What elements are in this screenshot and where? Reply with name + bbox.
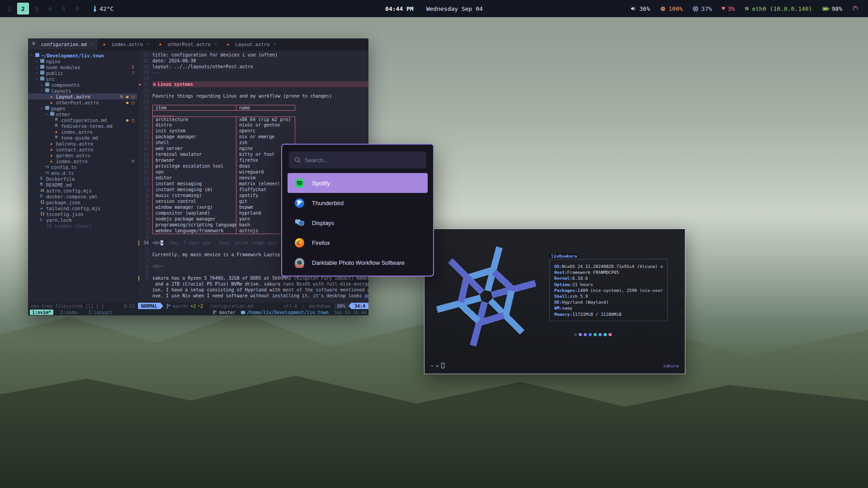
tree-item[interactable]: tailwind.config.mjs <box>28 205 137 211</box>
buffer-tab[interactable]: index.astro × <box>99 38 155 50</box>
git-branch-segment: master +2 ~2 <box>163 303 206 309</box>
close-icon[interactable]: × <box>90 41 94 47</box>
tree-item[interactable]: astro.config.mjs <box>28 188 137 193</box>
cpu-module[interactable]: 37% <box>693 5 712 12</box>
battery-module[interactable]: 98% <box>822 5 842 12</box>
close-icon[interactable]: × <box>146 41 150 47</box>
line-number: 2 <box>142 229 152 234</box>
search-input[interactable] <box>305 157 421 164</box>
cursor-line-text: <br <box>152 240 160 245</box>
launcher-item-darktable[interactable]: Darktable Photo Workflow Software <box>288 253 428 272</box>
network-arrows-icon <box>745 6 749 11</box>
tree-item-label: index.astro <box>56 159 132 164</box>
file-type-icon <box>40 177 46 181</box>
tree-item[interactable]: components <box>28 82 137 88</box>
tree-item[interactable]: fediverse-terms.md <box>28 123 137 129</box>
close-icon[interactable]: × <box>214 41 217 47</box>
folder-icon <box>241 311 245 314</box>
thermometer-icon <box>93 5 97 12</box>
line-number: 9 <box>142 188 152 192</box>
editor-line: 28 ▣ <box>138 75 368 81</box>
tree-item[interactable]: (6 hidden items) <box>28 223 137 229</box>
workspace-button[interactable]: 2 <box>17 3 29 14</box>
gear-icon <box>660 6 666 12</box>
tree-item[interactable]: tone-guide.md <box>28 135 137 141</box>
launcher-search[interactable] <box>289 151 426 169</box>
tree-item[interactable]: index.astro <box>28 129 137 135</box>
launcher-item-label: Displays <box>312 220 334 226</box>
status-bar: 1 2 3 4 8 9 42°C 04:44 PM Wednesday Sep … <box>0 0 868 17</box>
line-number: 6 <box>142 276 152 281</box>
prompt-char: > <box>436 363 439 368</box>
file-type-icon <box>40 200 46 204</box>
launcher-item-thunderbird[interactable]: Thunderbird <box>288 193 428 213</box>
tree-item[interactable]: node_modules E <box>28 64 137 70</box>
palette-dot <box>574 333 577 336</box>
tree-item[interactable]: garden.astro <box>28 152 137 158</box>
close-icon[interactable]: × <box>273 41 276 47</box>
workspace-button[interactable]: 4 <box>44 3 56 14</box>
tree-item[interactable]: yarn.lock <box>28 217 137 223</box>
line-number: 15 <box>142 152 152 157</box>
tree-item[interactable]: env.d.ts <box>28 170 137 176</box>
clock-module: 04:44 PM Wednesday Sep 04 <box>385 5 483 12</box>
line-number: 25 <box>142 94 152 99</box>
tree-item[interactable]: public ? <box>28 70 137 76</box>
launcher-item-firefox[interactable]: Firefox <box>288 233 428 253</box>
file-type-icon <box>40 77 46 80</box>
chevron-icon <box>36 71 40 75</box>
table-cell-item: vpn <box>152 169 236 175</box>
power-button[interactable] <box>852 5 859 12</box>
git-blame-text: You, 5 days ago - feat: write rough post… <box>163 240 287 245</box>
tree-item[interactable]: src <box>28 76 137 82</box>
launcher-item-spotify[interactable]: Spotify <box>288 173 428 193</box>
editor-line: 29 ▣ --- <box>138 70 368 75</box>
tree-item[interactable]: pages <box>28 105 137 111</box>
line-number: 26 <box>142 88 152 93</box>
tree-item[interactable]: other <box>28 111 137 117</box>
tree-item-label: Dockerfile <box>46 176 135 182</box>
tree-item[interactable]: config.ts <box>28 164 137 170</box>
fetch-info-row: OS: NixOS 24.11.20240828.71e91c4 (Vicuna… <box>554 263 663 269</box>
tree-item[interactable]: tsconfig.json <box>28 211 137 217</box>
brightness-module[interactable]: 100% <box>660 5 683 12</box>
tree-item[interactable]: docker-compose.yml <box>28 193 137 199</box>
workspace-button[interactable]: 1 <box>4 3 15 14</box>
tree-item[interactable]: balcony.astro <box>28 141 137 146</box>
volume-module[interactable]: 36% <box>631 5 650 12</box>
tree-item[interactable]: index.astro H <box>28 158 137 164</box>
line-number: 8 <box>142 193 152 198</box>
workspace-button[interactable]: 3 <box>31 3 42 14</box>
tree-item[interactable]: package.json <box>28 199 137 205</box>
tree-item-label: tsconfig.json <box>46 211 135 217</box>
chevron-icon <box>41 83 45 87</box>
temperature-module[interactable]: 42°C <box>93 5 113 12</box>
workspace-button[interactable]: 9 <box>71 3 83 14</box>
buffer-tab[interactable]: Layout.astro × <box>222 38 281 50</box>
tmux-window-lazygit[interactable]: 3:lazygit <box>86 310 115 315</box>
shell-prompt[interactable]: ~ > <box>431 363 444 368</box>
table-cell-name: nixos or gentoo <box>236 122 295 128</box>
fetch-value: 1409 (nix-system), 2590 (nix-user) <box>577 287 663 293</box>
tmux-cwd-path: /home/liv/Development/liv.town <box>247 310 329 315</box>
memory-module[interactable]: ♥ 3% <box>722 5 735 12</box>
tree-item[interactable]: Layout.astro H ● □ <box>28 94 137 99</box>
network-module[interactable]: eth0 (10.0.0.140) <box>745 5 812 12</box>
buffer-tab[interactable]: configuration.md × <box>28 38 99 50</box>
launcher-item-displays[interactable]: Displays <box>288 213 428 233</box>
tmux-window-nvim[interactable]: 1:nvim* <box>30 310 53 315</box>
tree-item[interactable]: nginx <box>28 58 137 64</box>
workspace-button[interactable]: 8 <box>58 3 70 14</box>
tree-item[interactable]: contact.astro <box>28 146 137 152</box>
tree-item[interactable]: configuration.md ● □ <box>28 117 137 123</box>
tree-item[interactable]: otherPost.astro ● □ <box>28 99 137 105</box>
tree-item[interactable]: Dockerfile <box>28 176 137 182</box>
fetch-key: WM: <box>554 305 562 311</box>
tmux-window-node[interactable]: 2:node- <box>58 310 81 315</box>
file-type-icon <box>55 118 61 122</box>
buffer-tab[interactable]: otherPost.astro × <box>155 38 222 50</box>
tree-item[interactable]: ~/Development/liv.town <box>28 52 137 58</box>
tree-item[interactable]: layouts <box>28 88 137 94</box>
tree-item[interactable]: README.md <box>28 182 137 188</box>
fetch-key: Memory: <box>554 311 572 317</box>
